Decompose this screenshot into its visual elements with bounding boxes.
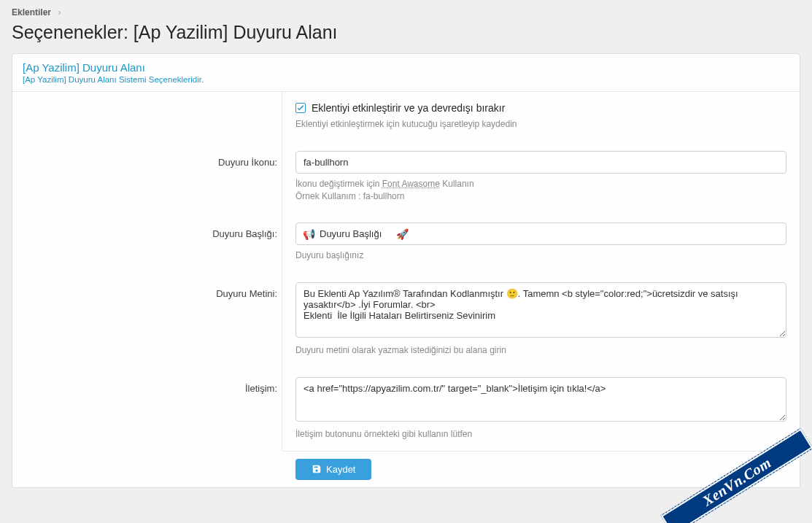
title-hint: Duyuru başlığınız	[295, 249, 786, 262]
check-icon	[295, 103, 306, 113]
announcement-icon-input[interactable]	[295, 151, 786, 174]
save-button[interactable]: Kaydet	[295, 459, 371, 480]
page-title: Seçenenekler: [Ap Yazilim] Duyuru Alanı	[12, 22, 800, 43]
body-hint: Duyuru metini olarak yazmak istediğinizi…	[295, 344, 786, 357]
save-icon	[312, 464, 322, 474]
icon-hint: İkonu değiştirmek için Font Awasome Kull…	[295, 178, 786, 190]
contact-textarea[interactable]	[295, 377, 786, 422]
font-awesome-link[interactable]: Font Awasome	[382, 179, 440, 189]
panel-header: [Ap Yazilim] Duyuru Alanı [Ap Yazilim] D…	[12, 54, 800, 92]
label-contact: İletişim:	[12, 367, 282, 451]
enable-plugin-label: Eklentiyi etkinleştirir ve ya devredışı …	[312, 102, 505, 114]
announcement-body-textarea[interactable]	[295, 282, 786, 338]
options-panel: [Ap Yazilim] Duyuru Alanı [Ap Yazilim] D…	[12, 53, 800, 488]
announcement-title-input[interactable]	[295, 222, 786, 245]
chevron-right-icon: ›	[58, 7, 61, 18]
breadcrumb: Eklentiler ›	[12, 6, 800, 22]
label-title: Duyuru Başlığı:	[12, 212, 282, 272]
save-button-label: Kaydet	[326, 464, 355, 475]
icon-hint-2: Örnek Kullanım : fa-bullhorn	[295, 190, 786, 203]
contact-hint: İletişim butonunu örnekteki gibi kullanı…	[295, 428, 786, 441]
breadcrumb-item[interactable]: Eklentiler	[12, 7, 51, 18]
panel-title[interactable]: [Ap Yazilim] Duyuru Alanı	[23, 61, 789, 74]
label-enable	[12, 92, 282, 141]
label-icon: Duyuru İkonu:	[12, 141, 282, 213]
panel-description: [Ap Yazilim] Duyuru Alanı Sistemi Seçene…	[23, 75, 789, 84]
enable-plugin-checkbox[interactable]: Eklentiyi etkinleştirir ve ya devredışı …	[295, 102, 786, 114]
enable-hint: Eklentiyi etkinleştirmek için kutucuğu i…	[295, 118, 786, 131]
label-body: Duyuru Metini:	[12, 272, 282, 367]
